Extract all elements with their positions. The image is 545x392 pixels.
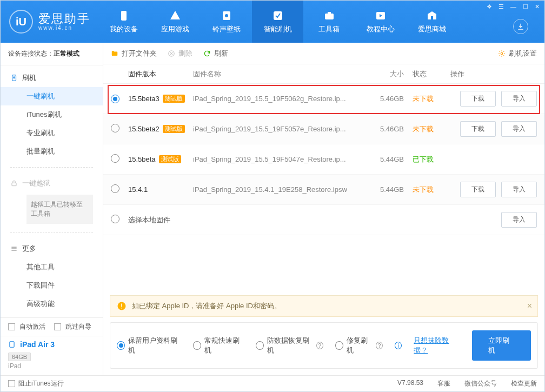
table-row[interactable]: 15.4.1iPad_Spring_2019_15.4.1_19E258_Res… (103, 175, 544, 205)
top-nav: 我的设备应用游戏铃声壁纸智能刷机工具箱教程中心爱思商城 (98, 1, 544, 43)
nav-4[interactable]: 工具箱 (303, 1, 355, 43)
opt-anti-recover[interactable]: 防数据恢复刷机? (256, 336, 323, 355)
sidebar-item[interactable]: 批量刷机 (1, 142, 103, 161)
row-radio[interactable] (111, 95, 119, 103)
title-bar: iU 爱思助手 www.i4.cn 我的设备应用游戏铃声壁纸智能刷机工具箱教程中… (1, 1, 544, 43)
sidebar: 设备连接状态：正常模式 刷机 一键刷机iTunes刷机专业刷机批量刷机 一键越狱… (1, 43, 103, 375)
download-button[interactable]: 下载 (460, 91, 496, 107)
row-radio[interactable] (111, 154, 119, 163)
svg-rect-11 (10, 342, 14, 348)
jailbreak-moved-note: 越狱工具已转移至工具箱 (26, 195, 93, 224)
skip-guide-checkbox[interactable] (54, 323, 61, 330)
apple-id-alert: 如已绑定 Apple ID，请准备好 Apple ID和密码。 × (110, 295, 538, 317)
brand-name: 爱思助手 (38, 13, 90, 25)
sidebar-item[interactable]: 其他工具 (1, 258, 103, 276)
win-btn[interactable]: ☰ (497, 3, 506, 11)
table-row[interactable]: 15.5beta3测试版iPad_Spring_2019_15.5_19F506… (103, 84, 544, 114)
nav-6[interactable]: 爱思商城 (406, 1, 457, 43)
svg-rect-16 (121, 308, 122, 309)
info-icon[interactable]: i (395, 342, 402, 349)
toolbar: 打开文件夹 删除 刷新 刷机设置 (103, 43, 544, 64)
nav-1[interactable]: 应用游戏 (149, 1, 201, 43)
help-icon[interactable]: ? (316, 342, 323, 349)
firmware-filename: iPad_Spring_2019_15.5_19F5062g_Restore.i… (193, 95, 369, 103)
opt-keep-data[interactable]: 保留用户资料刷机 (117, 336, 181, 355)
firmware-status: 未下载 (413, 94, 450, 104)
import-button[interactable]: 导入 (501, 121, 537, 137)
nav-icon (271, 9, 284, 22)
download-button[interactable]: 下载 (460, 182, 496, 197)
refresh-button[interactable]: 刷新 (203, 49, 228, 58)
svg-point-3 (225, 14, 228, 17)
alert-close-icon[interactable]: × (527, 301, 532, 311)
nav-icon (426, 9, 438, 22)
svg-rect-15 (121, 304, 122, 307)
opt-repair[interactable]: 修复刷机? (335, 336, 383, 355)
sidebar-heading-jailbreak: 一键越狱 (1, 174, 103, 192)
firmware-size: 5.44GB (369, 155, 413, 163)
open-folder-button[interactable]: 打开文件夹 (111, 49, 157, 58)
check-update-link[interactable]: 检查更新 (511, 379, 537, 388)
device-type: iPad (8, 361, 95, 370)
device-name[interactable]: iPad Air 3 (8, 340, 95, 349)
flash-settings-button[interactable]: 刷机设置 (498, 49, 537, 58)
sidebar-heading-flash[interactable]: 刷机 (1, 69, 103, 87)
import-button[interactable]: 导入 (501, 182, 537, 197)
import-button[interactable]: 导入 (501, 212, 537, 228)
download-button[interactable]: 下载 (460, 121, 496, 137)
maximize-button[interactable]: ☐ (521, 3, 530, 11)
nav-icon (323, 9, 336, 22)
connection-status: 设备连接状态：正常模式 (1, 43, 103, 65)
firmware-size: 5.46GB (369, 125, 413, 133)
sidebar-item[interactable]: iTunes刷机 (1, 105, 103, 124)
device-capacity: 64GB (8, 353, 31, 361)
window-controls: ❖ ☰ — ☐ ✕ (485, 3, 541, 11)
app-version: V7.98.53 (397, 379, 423, 388)
block-itunes-label: 阻止iTunes运行 (18, 379, 64, 388)
table-header: 固件版本 固件名称 大小 状态 操作 (103, 64, 544, 84)
nav-0[interactable]: 我的设备 (98, 1, 149, 43)
downloads-button[interactable] (513, 19, 528, 34)
svg-point-13 (501, 52, 503, 55)
beta-tag: 测试版 (163, 125, 185, 133)
support-link[interactable]: 客服 (437, 379, 450, 388)
win-btn[interactable]: ❖ (485, 3, 494, 11)
sidebar-item[interactable]: 一键刷机 (1, 87, 103, 105)
nav-icon (374, 9, 387, 22)
table-row[interactable]: 选择本地固件导入 (103, 205, 544, 235)
content: 打开文件夹 删除 刷新 刷机设置 固件版本 固件名称 大小 状态 操作 15.5… (103, 43, 544, 375)
opt-fast[interactable]: 常规快速刷机 (193, 336, 244, 355)
wechat-link[interactable]: 微信公众号 (464, 379, 497, 388)
beta-tag: 测试版 (159, 155, 181, 163)
help-icon[interactable]: ? (376, 342, 383, 349)
firmware-status: 未下载 (413, 185, 450, 195)
table-row[interactable]: 15.5beta测试版iPad_Spring_2019_15.5_19F5047… (103, 144, 544, 175)
delete-button: 删除 (168, 49, 192, 58)
firmware-status: 已下载 (413, 155, 450, 164)
nav-icon (169, 9, 182, 22)
svg-point-1 (123, 18, 124, 19)
row-radio[interactable] (111, 215, 119, 223)
sidebar-item[interactable]: 下载固件 (1, 276, 103, 295)
sidebar-item[interactable]: 高级功能 (1, 295, 103, 313)
firmware-filename: iPad_Spring_2019_15.5_19F5057e_Restore.i… (193, 125, 369, 133)
table-row[interactable]: 15.5beta2测试版iPad_Spring_2019_15.5_19F505… (103, 114, 544, 144)
status-bar: 阻止iTunes运行 V7.98.53 客服 微信公众号 检查更新 (1, 375, 544, 391)
nav-2[interactable]: 铃声壁纸 (201, 1, 252, 43)
row-radio[interactable] (111, 184, 119, 193)
sidebar-item[interactable]: 专业刷机 (1, 124, 103, 142)
close-button[interactable]: ✕ (533, 3, 541, 11)
row-radio[interactable] (111, 124, 119, 132)
nav-icon (117, 9, 130, 22)
nav-icon (220, 9, 233, 22)
firmware-status: 未下载 (413, 124, 450, 134)
minimize-button[interactable]: — (509, 3, 518, 11)
block-itunes-checkbox[interactable] (8, 380, 15, 387)
import-button[interactable]: 导入 (501, 91, 537, 107)
sidebar-heading-more[interactable]: 更多 (1, 240, 103, 258)
auto-activate-checkbox[interactable] (8, 323, 15, 330)
nav-3[interactable]: 智能刷机 (252, 1, 303, 43)
erase-only-link[interactable]: 只想抹除数据？ (414, 336, 460, 355)
flash-now-button[interactable]: 立即刷机 (472, 330, 531, 361)
nav-5[interactable]: 教程中心 (355, 1, 406, 43)
